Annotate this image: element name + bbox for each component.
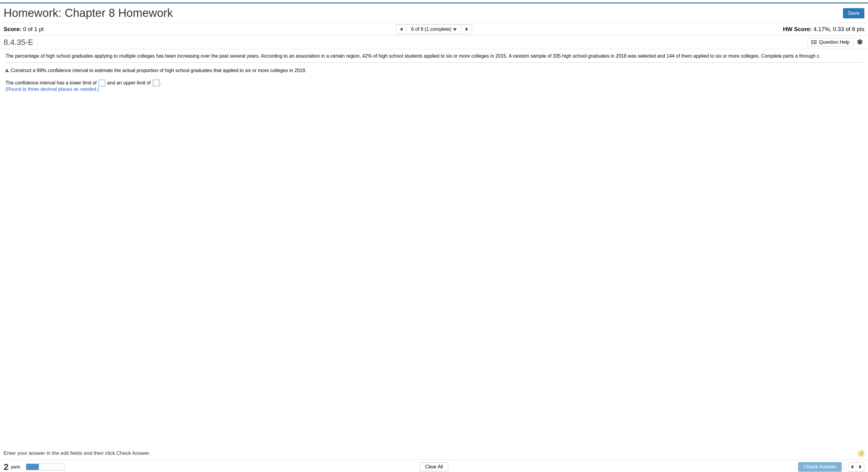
hw-score-label: HW Score:: [783, 26, 812, 32]
svg-marker-2: [466, 27, 468, 31]
score-value: 0 of 1 pt: [22, 26, 44, 32]
answer-post: .: [160, 80, 161, 85]
answer-mid: and an upper limit of: [106, 80, 152, 85]
svg-rect-4: [813, 40, 817, 41]
upper-limit-input[interactable]: [153, 80, 159, 86]
gear-icon: [857, 39, 863, 45]
list-icon: [811, 40, 817, 45]
part-a: a. Construct a 99% confidence interval t…: [5, 67, 863, 74]
score-label: Score:: [4, 26, 22, 32]
triangle-right-icon: [465, 27, 468, 31]
course-title-fragment: [0, 0, 868, 2]
nav-progress-text: 6 of 8 (1 complete): [411, 27, 451, 32]
svg-point-3: [811, 40, 812, 41]
score-display: Score: 0 of 1 pt: [4, 26, 44, 33]
save-button[interactable]: Save: [843, 8, 864, 19]
answer-sentence: The confidence interval has a lower limi…: [5, 79, 863, 87]
question-help-button[interactable]: Question Help: [807, 38, 854, 47]
hw-score-value: 4.17%, 0.33 of 8 pts: [812, 26, 864, 32]
prev-question-button[interactable]: [396, 25, 407, 34]
svg-marker-1: [453, 28, 457, 31]
question-help-label: Question Help: [819, 39, 849, 45]
question-navigator: 6 of 8 (1 complete): [396, 24, 472, 34]
problem-content: The percentage of high school graduates …: [0, 49, 868, 96]
svg-rect-6: [813, 42, 817, 42]
svg-point-7: [811, 43, 812, 45]
svg-rect-8: [813, 43, 817, 44]
next-question-button[interactable]: [461, 25, 472, 34]
answer-pre: The confidence interval has a lower limi…: [5, 80, 98, 85]
settings-button[interactable]: [855, 37, 864, 47]
part-a-label: a.: [5, 68, 9, 73]
caret-down-icon: [453, 27, 457, 32]
rounding-hint: (Round to three decimal places as needed…: [5, 87, 863, 92]
svg-point-5: [811, 41, 812, 43]
homework-title: Homework: Chapter 8 Homework: [4, 7, 173, 20]
question-progress-dropdown[interactable]: 6 of 8 (1 complete): [407, 25, 461, 34]
triangle-left-icon: [400, 27, 403, 31]
svg-marker-0: [400, 27, 402, 31]
part-a-text: Construct a 99% confidence interval to e…: [9, 68, 306, 73]
hw-score-display: HW Score: 4.17%, 0.33 of 8 pts: [783, 26, 864, 33]
lower-limit-input[interactable]: [98, 80, 105, 86]
question-number: 8.4.35-E: [4, 37, 38, 48]
problem-intro-text: The percentage of high school graduates …: [5, 53, 863, 63]
